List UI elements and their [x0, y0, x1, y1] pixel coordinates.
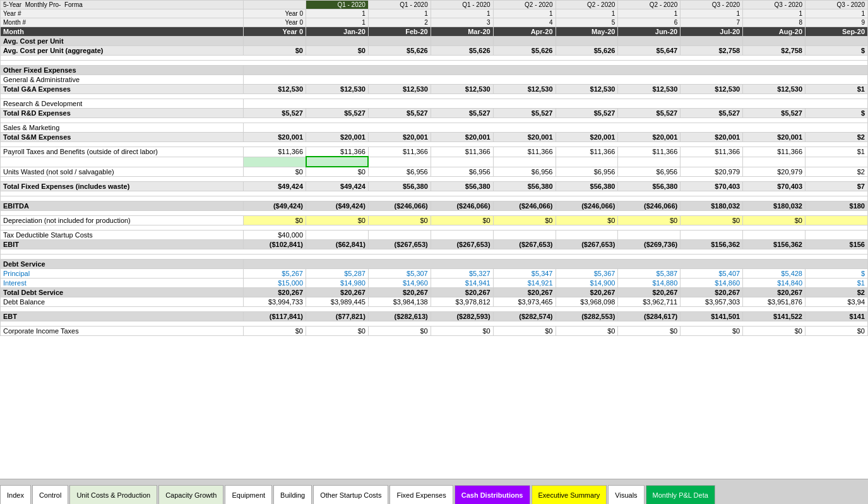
selected-cell[interactable] [306, 157, 369, 167]
header-title-cell: 5-Year Monthly Pro- Forma [1, 1, 244, 9]
row-val: $3,984,138 [368, 297, 431, 307]
month-num-8: 8 [743, 18, 806, 27]
row-val [244, 75, 868, 85]
row-label: Payroll Taxes and Benefits (outside of d… [1, 147, 244, 157]
month-jan20: Jan-20 [306, 27, 369, 37]
row-val: $0 [681, 327, 743, 336]
row-val[interactable]: $0 [681, 216, 743, 225]
tab-monthly-pl[interactable]: Monthly P&L Deta [646, 485, 715, 504]
year-1-4: 1 [493, 9, 556, 18]
row-val: $5,527 [306, 109, 369, 118]
row-label: Total Debt Service [1, 288, 244, 297]
row-val: $0 [306, 327, 369, 336]
row-val: $20,001 [368, 133, 431, 142]
row-val: $5,347 [493, 269, 556, 279]
qtr-q1-2020-3: Q1 - 2020 [431, 1, 493, 9]
row-val: $20,267 [244, 288, 306, 297]
month-num-4: 4 [493, 18, 556, 27]
row-label: Depreciation (not included for productio… [1, 216, 244, 225]
month-mar20: Mar-20 [431, 27, 493, 37]
tab-label: Index [7, 491, 24, 499]
tab-label: Cash Distributions [461, 491, 523, 499]
row-val [618, 231, 681, 240]
row-val: $ [806, 46, 868, 56]
row-val [806, 37, 868, 46]
row-val: ($49,424) [244, 201, 306, 211]
row-val[interactable]: $0 [306, 216, 369, 225]
row-val[interactable]: $0 [618, 216, 681, 225]
table-row: Total R&D Expenses $5,527 $5,527 $5,527 … [1, 109, 868, 118]
row-val: $5,428 [743, 269, 806, 279]
spreadsheet-container: 5-Year Monthly Pro- Forma Q1 - 2020 Q1 -… [0, 0, 868, 479]
blank-row [1, 177, 868, 182]
tab-label: Visuals [615, 491, 637, 499]
row-label: Units Wasted (not sold / salvagable) [1, 167, 244, 177]
tab-visuals[interactable]: Visuals [608, 485, 644, 504]
row-val[interactable]: $0 [244, 216, 306, 225]
row-val: $1 [806, 279, 868, 288]
row-val: ($282,553) [556, 312, 618, 321]
tab-capacity-growth[interactable]: Capacity Growth [158, 485, 223, 504]
row-val: $6,956 [556, 167, 618, 177]
row-val: $5,626 [431, 46, 493, 56]
row-val: $20,001 [743, 133, 806, 142]
row-val[interactable] [806, 216, 868, 225]
row-label: Avg. Cost per Unit [1, 37, 244, 46]
table-row: Total Fixed Expenses (includes waste) $4… [1, 182, 868, 191]
row-label: Avg. Cost per Unit (aggregate) [1, 46, 244, 56]
row-label: Total Fixed Expenses (includes waste) [1, 182, 244, 191]
row-val: $70,403 [743, 182, 806, 191]
month-num-0: Year 0 [244, 18, 306, 27]
qtr-q3-2020-2: Q3 - 2020 [743, 1, 806, 9]
row-val: $5,267 [244, 269, 306, 279]
row-val: $2 [806, 167, 868, 177]
year-1-6: 1 [618, 9, 681, 18]
row-val: $20,001 [431, 133, 493, 142]
row-val [431, 157, 493, 167]
tab-equipment[interactable]: Equipment [225, 485, 272, 504]
row-val[interactable]: $0 [431, 216, 493, 225]
row-val: $0 [306, 46, 369, 56]
row-val[interactable]: $0 [556, 216, 618, 225]
tab-label: Equipment [232, 491, 265, 499]
row-val: $20,267 [493, 288, 556, 297]
row-val [244, 99, 868, 109]
tab-other-startup[interactable]: Other Startup Costs [313, 485, 388, 504]
row-val: $56,380 [368, 182, 431, 191]
row-val: $12,530 [493, 85, 556, 94]
tab-label: Other Startup Costs [320, 491, 381, 499]
tab-fixed-expenses[interactable]: Fixed Expenses [389, 485, 453, 504]
table-row: Debt Service [1, 260, 868, 269]
row-label: Debt Service [1, 260, 244, 269]
row-val: $6,956 [618, 167, 681, 177]
month-label-row: Month Year 0 Jan-20 Feb-20 Mar-20 Apr-20… [1, 27, 868, 37]
row-val: ($267,653) [493, 240, 556, 249]
row-val: $ [806, 269, 868, 279]
row-val: $180,032 [681, 201, 743, 211]
row-val: $14,941 [431, 279, 493, 288]
row-val [244, 123, 868, 133]
month-num-row: Month # Year 0 1 2 3 4 5 6 7 8 9 [1, 18, 868, 27]
month-feb20: Feb-20 [368, 27, 431, 37]
qtr-q3-2020-1: Q3 - 2020 [681, 1, 743, 9]
row-val: ($246,066) [368, 201, 431, 211]
tab-index[interactable]: Index [0, 485, 31, 504]
tab-executive-summary[interactable]: Executive Summary [532, 485, 607, 504]
spreadsheet-body[interactable]: 5-Year Monthly Pro- Forma Q1 - 2020 Q1 -… [0, 0, 868, 453]
row-val: $12,530 [681, 85, 743, 94]
row-val: ($282,593) [431, 312, 493, 321]
row-val: $2 [806, 288, 868, 297]
row-val: $20,001 [244, 133, 306, 142]
row-val: $5,287 [306, 269, 369, 279]
row-val[interactable]: $0 [368, 216, 431, 225]
tab-control[interactable]: Control [32, 485, 68, 504]
row-val[interactable]: $0 [493, 216, 556, 225]
row-val: ($284,617) [618, 312, 681, 321]
tab-building[interactable]: Building [273, 485, 312, 504]
row-val[interactable]: $0 [743, 216, 806, 225]
row-val: $141,522 [743, 312, 806, 321]
tab-cash-distributions[interactable]: Cash Distributions [455, 485, 530, 504]
row-label: Total S&M Expenses [1, 133, 244, 142]
tab-unit-costs[interactable]: Unit Costs & Production [69, 485, 157, 504]
row-val: $14,860 [681, 279, 743, 288]
